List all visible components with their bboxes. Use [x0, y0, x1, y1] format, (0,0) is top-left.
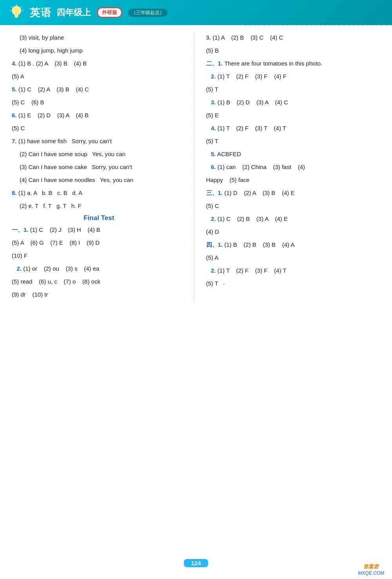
edition-subtitle: （三年级起点）	[128, 9, 167, 17]
left-item-l9: 7. (1) have some fish Sorry, you can't	[12, 136, 186, 146]
left-item-l10: (2) Can I have some soup Yes, you can	[20, 149, 186, 159]
watermark: 答案君 MXQE.COM	[358, 563, 384, 576]
left-item-l13: 8. (1) a. A b. B c. B d. A	[12, 188, 186, 198]
final-item-f6: (9) dr (10) tr	[12, 289, 186, 300]
grade-label: 四年级上	[56, 7, 91, 18]
final-item-f4: 2. (1) or (2) ou (3) s (4) ea	[12, 263, 186, 274]
svg-rect-1	[15, 15, 18, 16]
right-item-r9: (5) T	[206, 136, 381, 146]
right-item-r5: (5) T	[206, 84, 381, 95]
left-item-l7: 6. (1) E (2) D (3) A (4) B	[12, 110, 186, 120]
left-item-l3: 4. (1) B . (2) A (3) B (4) B	[12, 58, 186, 69]
watermark-line2: MXQE.COM	[358, 570, 384, 576]
left-item-l2: (4) long jump, high jump	[20, 45, 186, 56]
right-item-r10: 5. ACBFED	[206, 149, 381, 159]
logo-icon	[8, 4, 25, 21]
final-item-f3: (10) F	[12, 250, 186, 261]
left-item-l12: (4) Can I have some noodles Yes, you can	[20, 175, 186, 185]
right-item-r3: 二、1. There are four tomatoes in this pho…	[206, 58, 381, 69]
left-column: (3) visit, by plane (4) long jump, high …	[12, 32, 194, 302]
right-item-r4: 2. (1) T (2) F (3) F (4) F	[206, 71, 381, 82]
svg-line-4	[21, 7, 22, 7]
final-item-f5: (5) read (6) u, c (7) o (8) ock	[12, 276, 186, 287]
left-item-l5: 5. (1) C (2) A (3) B (4) C	[12, 84, 186, 95]
decorative-dots	[243, 0, 392, 27]
right-item-r15: 2. (1) C (2) B (3) A (4) E	[206, 213, 381, 224]
left-item-l14: (2) e. T f. T g. T h. F	[20, 200, 186, 211]
page-number: 124	[184, 559, 208, 567]
final-test-title: Final Test	[12, 214, 186, 222]
right-item-r18: (5) A	[206, 252, 381, 263]
page-footer: 124	[0, 559, 392, 567]
final-item-f2: (5) A (6) G (7) E (8) I (9) D	[12, 237, 186, 248]
right-item-r20: (5) T ·	[206, 278, 381, 289]
left-item-l1: (3) visit, by plane	[20, 32, 186, 43]
right-item-r2: (5) B	[206, 45, 381, 56]
page-header: 英语 四年级上 外研版 （三年级起点）	[0, 0, 392, 25]
final-item-f1: 一、1. (1) C (2) J (3) H (4) B	[12, 224, 186, 235]
subject-title: 英语	[30, 6, 52, 20]
svg-line-5	[11, 7, 12, 7]
publisher-badge: 外研版	[97, 7, 122, 18]
right-item-r19: 2. (1) T (2) F (3) F (4) T	[206, 265, 381, 276]
right-item-r7: (5) E	[206, 110, 381, 120]
left-item-l11: (3) Can I have some cake Sorry, you can'…	[20, 162, 186, 172]
left-item-l6: (5) C (6) B	[12, 97, 186, 107]
right-item-r13: 三、1. (1) D (2) A (3) B (4) E	[206, 188, 381, 198]
right-item-r1: 3. (1) A (2) B (3) C (4) C	[206, 32, 381, 43]
right-item-r14: (5) C	[206, 200, 381, 211]
left-item-l8: (5) C	[12, 123, 186, 133]
svg-rect-2	[15, 16, 18, 18]
right-column: 3. (1) A (2) B (3) C (4) C (5) B 二、1. Th…	[194, 32, 381, 302]
right-item-r8: 4. (1) T (2) F (3) T (4) T	[206, 123, 381, 133]
right-item-r11: 6. (1) can (2) China (3) fast (4)	[206, 162, 381, 172]
watermark-line1: 答案君	[363, 563, 379, 570]
svg-point-8	[14, 11, 19, 14]
right-item-r16: (4) D	[206, 226, 381, 237]
right-item-r6: 3. (1) B (2) D (3) A (4) C	[206, 97, 381, 107]
right-item-r12: Happy (5) face	[206, 175, 381, 185]
main-content: (3) visit, by plane (4) long jump, high …	[0, 25, 392, 302]
left-item-l4: (5) A	[12, 71, 186, 82]
right-item-r17: 四、1. (1) B (2) B (3) B (4) A	[206, 239, 381, 250]
